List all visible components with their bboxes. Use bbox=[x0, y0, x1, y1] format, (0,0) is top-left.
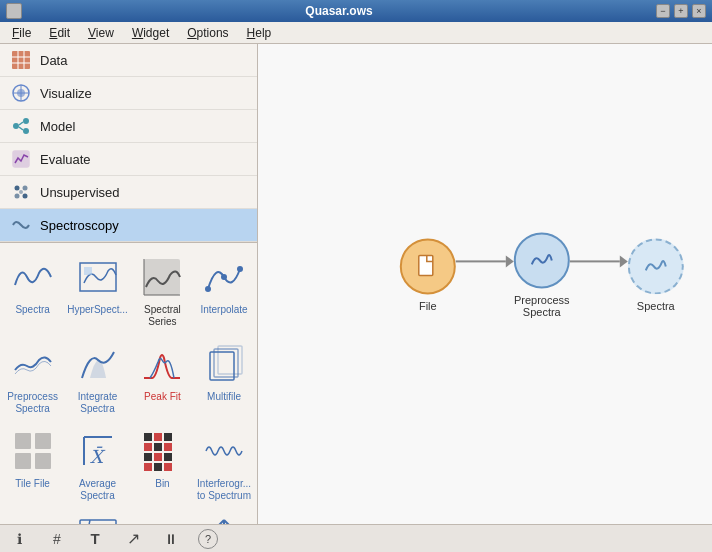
widget-tile-file[interactable]: Tile File bbox=[4, 423, 61, 506]
svg-point-10 bbox=[23, 118, 29, 124]
widget-average-spectra-label: Average Spectra bbox=[67, 478, 128, 502]
svg-rect-22 bbox=[144, 259, 180, 295]
widget-hyperspectra-label: HyperSpect... bbox=[67, 304, 128, 316]
svg-rect-38 bbox=[144, 433, 152, 441]
connector-2 bbox=[570, 260, 620, 262]
svg-rect-32 bbox=[35, 433, 51, 449]
widget-interpolate[interactable]: Interpolate bbox=[195, 249, 253, 332]
sidebar-item-spectroscopy[interactable]: Spectroscopy bbox=[0, 209, 257, 242]
svg-rect-21 bbox=[84, 267, 92, 275]
workflow-node-preprocess-spectra[interactable]: Preprocess Spectra bbox=[514, 232, 570, 318]
menu-file[interactable]: File bbox=[4, 24, 39, 42]
status-hash-button[interactable]: # bbox=[46, 528, 68, 550]
widget-multifile[interactable]: Multifile bbox=[195, 336, 253, 419]
menu-view[interactable]: View bbox=[80, 24, 122, 42]
svg-rect-41 bbox=[144, 443, 152, 451]
svg-rect-46 bbox=[164, 453, 172, 461]
peak-fit-icon bbox=[138, 340, 186, 388]
titlebar: Quasar.ows − + × bbox=[0, 0, 712, 22]
snr-icon bbox=[138, 514, 186, 524]
connector-1 bbox=[456, 260, 506, 262]
sidebar-item-evaluate[interactable]: Evaluate bbox=[0, 143, 257, 176]
pls-icon: PLS bbox=[9, 514, 57, 524]
sidebar-item-unsupervised-label: Unsupervised bbox=[40, 185, 120, 200]
svg-rect-14 bbox=[13, 151, 29, 167]
svg-rect-43 bbox=[164, 443, 172, 451]
svg-rect-0 bbox=[12, 51, 30, 69]
widget-average-spectra[interactable]: X̄ Average Spectra bbox=[65, 423, 130, 506]
spectra-node-circle bbox=[628, 238, 684, 294]
close-button[interactable]: × bbox=[692, 4, 706, 18]
status-info-button[interactable]: ℹ bbox=[8, 528, 30, 550]
arrow-2 bbox=[620, 255, 628, 267]
status-arrow-button[interactable]: ↗ bbox=[122, 528, 144, 550]
widget-multifile-label: Multifile bbox=[207, 391, 241, 403]
widget-spectral-series[interactable]: Spectral Series bbox=[134, 249, 191, 332]
widget-hyperspectra[interactable]: HyperSpect... bbox=[65, 249, 130, 332]
widget-preprocess-spectra-label: Preprocess Spectra bbox=[6, 391, 59, 415]
widget-interferog-to-spectrum[interactable]: Interferogr... to Spectrum bbox=[195, 423, 253, 506]
status-text-button[interactable]: T bbox=[84, 528, 106, 550]
status-help-button[interactable]: ? bbox=[198, 529, 218, 549]
workflow-node-spectra[interactable]: Spectra bbox=[628, 238, 684, 312]
menu-help[interactable]: Help bbox=[239, 24, 280, 42]
hyperspectra-icon bbox=[74, 253, 122, 301]
svg-point-19 bbox=[19, 190, 23, 194]
file-node-label: File bbox=[419, 300, 437, 312]
sidebar-item-evaluate-label: Evaluate bbox=[40, 152, 91, 167]
spectra-icon bbox=[9, 253, 57, 301]
widget-align-stack[interactable]: Align Stack bbox=[195, 510, 253, 524]
widget-spectra[interactable]: Spectra bbox=[4, 249, 61, 332]
preprocess-spectra-icon bbox=[9, 340, 57, 388]
widget-preprocess-spectra[interactable]: Preprocess Spectra bbox=[4, 336, 61, 419]
spectral-series-icon bbox=[138, 253, 186, 301]
widget-bin-label: Bin bbox=[155, 478, 169, 490]
minimize-button[interactable]: − bbox=[656, 4, 670, 18]
widget-pls[interactable]: PLS PLS bbox=[4, 510, 61, 524]
svg-rect-33 bbox=[15, 453, 31, 469]
visualize-icon bbox=[10, 82, 32, 104]
titlebar-controls: − + × bbox=[656, 4, 706, 18]
svg-text:X̄: X̄ bbox=[90, 446, 106, 467]
widget-snr[interactable]: SNR bbox=[134, 510, 191, 524]
sidebar-item-model[interactable]: Model bbox=[0, 110, 257, 143]
svg-rect-47 bbox=[144, 463, 152, 471]
svg-rect-45 bbox=[154, 453, 162, 461]
titlebar-icon bbox=[6, 3, 22, 19]
align-stack-icon bbox=[200, 514, 248, 524]
widget-bin[interactable]: Bin bbox=[134, 423, 191, 506]
svg-rect-44 bbox=[144, 453, 152, 461]
workflow: File Preprocess Spectra bbox=[400, 232, 684, 318]
sidebar-item-data[interactable]: Data bbox=[0, 44, 257, 77]
svg-rect-51 bbox=[80, 520, 116, 524]
status-pause-button[interactable]: ⏸ bbox=[160, 528, 182, 550]
widget-spectral-series-label: Spectral Series bbox=[136, 304, 189, 328]
spectra-node-label: Spectra bbox=[637, 300, 675, 312]
svg-point-11 bbox=[23, 128, 29, 134]
svg-line-13 bbox=[19, 127, 23, 130]
svg-point-26 bbox=[221, 274, 227, 280]
preprocess-spectra-node-label: Preprocess Spectra bbox=[514, 294, 570, 318]
svg-rect-40 bbox=[164, 433, 172, 441]
svg-point-16 bbox=[23, 186, 28, 191]
average-spectra-icon: X̄ bbox=[74, 427, 122, 475]
menu-edit[interactable]: Edit bbox=[41, 24, 78, 42]
sidebar-item-unsupervised[interactable]: Unsupervised bbox=[0, 176, 257, 209]
widget-interferog-to-spectrum-label: Interferogr... to Spectrum bbox=[197, 478, 251, 502]
widget-integrate-spectra-label: Integrate Spectra bbox=[67, 391, 128, 415]
canvas-area[interactable]: File Preprocess Spectra bbox=[258, 44, 712, 524]
bin-icon bbox=[138, 427, 186, 475]
workflow-node-file[interactable]: File bbox=[400, 238, 456, 312]
widget-peak-fit[interactable]: Peak Fit bbox=[134, 336, 191, 419]
arrow-1 bbox=[506, 255, 514, 267]
interferog-to-spectrum-icon bbox=[200, 427, 248, 475]
widget-interpolate-label: Interpolate bbox=[200, 304, 247, 316]
menu-widget[interactable]: Widget bbox=[124, 24, 177, 42]
sidebar-item-visualize[interactable]: Visualize bbox=[0, 77, 257, 110]
widget-reshape-map[interactable]: Reshape Map bbox=[65, 510, 130, 524]
maximize-button[interactable]: + bbox=[674, 4, 688, 18]
svg-rect-34 bbox=[35, 453, 51, 469]
menu-options[interactable]: Options bbox=[179, 24, 236, 42]
widget-integrate-spectra[interactable]: Integrate Spectra bbox=[65, 336, 130, 419]
model-icon bbox=[10, 115, 32, 137]
